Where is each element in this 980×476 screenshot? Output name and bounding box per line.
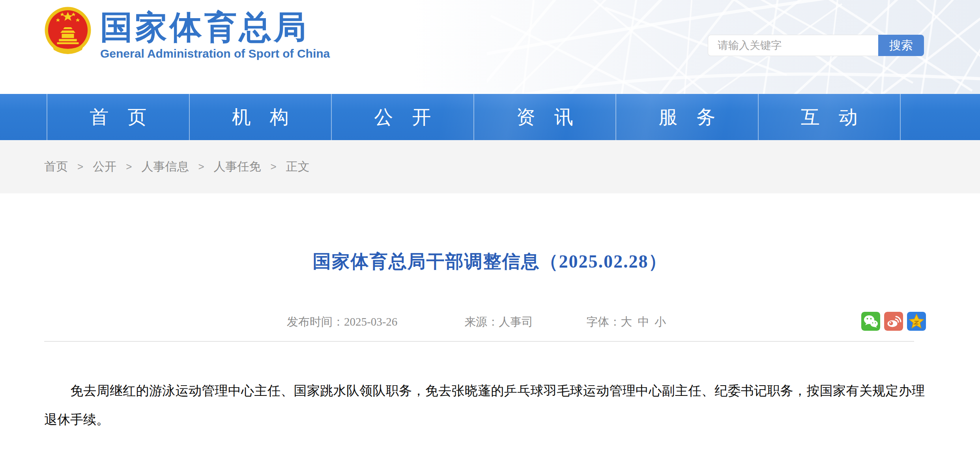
breadcrumb-separator: > <box>126 161 132 173</box>
publish-time-label: 发布时间： <box>287 315 344 328</box>
font-size-label: 字体： <box>586 315 621 328</box>
publish-time-value: 2025-03-26 <box>344 315 397 328</box>
search-box: 搜索 <box>708 35 924 56</box>
breadcrumb: 首页 > 公开 > 人事信息 > 人事任免 > 正文 <box>44 140 936 193</box>
breadcrumb-band: 首页 > 公开 > 人事信息 > 人事任免 > 正文 <box>0 140 980 193</box>
breadcrumb-separator: > <box>198 161 204 173</box>
site-logo[interactable]: 国家体育总局 General Administration of Sport o… <box>44 6 330 64</box>
nav-item-home[interactable]: 首 页 <box>47 94 189 140</box>
nav-item-open[interactable]: 公 开 <box>331 94 473 140</box>
site-header: 国家体育总局 General Administration of Sport o… <box>0 0 980 94</box>
publish-time: 发布时间：2025-03-26 <box>287 314 397 330</box>
source: 来源：人事司 <box>464 314 533 330</box>
article-title: 国家体育总局干部调整信息（2025.02.28） <box>44 249 936 274</box>
search-input[interactable] <box>708 35 878 56</box>
site-name-cn: 国家体育总局 <box>100 9 330 47</box>
font-size-control: 字体：大中小 <box>586 314 666 330</box>
breadcrumb-current: 正文 <box>286 159 310 175</box>
nav-item-service[interactable]: 服 务 <box>615 94 758 140</box>
meta-divider <box>44 341 914 342</box>
search-button[interactable]: 搜索 <box>878 35 924 56</box>
article-meta: 发布时间：2025-03-26 来源：人事司 字体：大中小 <box>287 314 666 330</box>
nav-item-org[interactable]: 机 构 <box>189 94 331 140</box>
source-value: 人事司 <box>499 315 533 328</box>
wechat-icon[interactable] <box>861 312 880 331</box>
breadcrumb-home[interactable]: 首页 <box>44 159 68 175</box>
national-emblem-icon <box>44 6 92 64</box>
logo-text: 国家体育总局 General Administration of Sport o… <box>100 6 330 64</box>
breadcrumb-separator: > <box>271 161 277 173</box>
weibo-icon[interactable] <box>884 312 903 331</box>
source-label: 来源： <box>464 315 499 328</box>
breadcrumb-personnel-info[interactable]: 人事信息 <box>141 159 189 175</box>
article-body-text: 免去周继红的游泳运动管理中心主任、国家跳水队领队职务，免去张晓蓬的乒乓球羽毛球运… <box>44 377 925 434</box>
nav-item-news[interactable]: 资 讯 <box>473 94 616 140</box>
font-size-large[interactable]: 大 <box>621 315 632 328</box>
breadcrumb-separator: > <box>77 161 83 173</box>
main-nav: 首 页 机 构 公 开 资 讯 服 务 互 动 <box>0 94 980 140</box>
breadcrumb-open[interactable]: 公开 <box>93 159 116 175</box>
font-size-small[interactable]: 小 <box>655 315 666 328</box>
breadcrumb-appointments[interactable]: 人事任免 <box>214 159 261 175</box>
site-name-en: General Administration of Sport of China <box>100 47 330 61</box>
article-meta-row: 发布时间：2025-03-26 来源：人事司 字体：大中小 <box>44 312 936 332</box>
nav-item-interact[interactable]: 互 动 <box>758 94 901 140</box>
qzone-icon[interactable] <box>907 312 926 331</box>
article-content: 国家体育总局干部调整信息（2025.02.28） 发布时间：2025-03-26… <box>44 249 936 434</box>
font-size-medium[interactable]: 中 <box>638 315 649 328</box>
share-buttons <box>861 312 926 331</box>
